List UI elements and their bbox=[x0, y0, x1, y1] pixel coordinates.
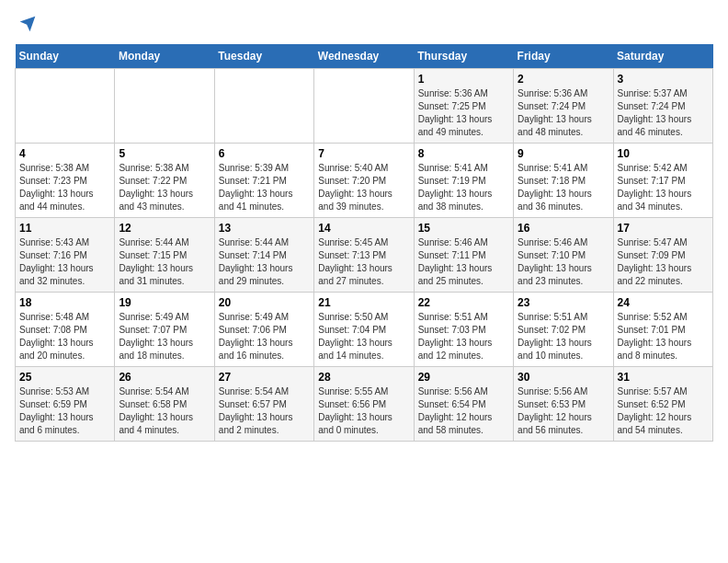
day-number: 30 bbox=[518, 371, 609, 384]
calendar-cell: 22Sunrise: 5:51 AM Sunset: 7:03 PM Dayli… bbox=[414, 293, 513, 367]
calendar-week-row: 11Sunrise: 5:43 AM Sunset: 7:16 PM Dayli… bbox=[16, 218, 713, 293]
day-detail: Sunrise: 5:44 AM Sunset: 7:14 PM Dayligh… bbox=[219, 236, 310, 288]
day-number: 12 bbox=[119, 222, 210, 235]
calendar-cell: 24Sunrise: 5:52 AM Sunset: 7:01 PM Dayli… bbox=[613, 293, 712, 367]
calendar-cell: 13Sunrise: 5:44 AM Sunset: 7:14 PM Dayli… bbox=[214, 218, 313, 293]
day-detail: Sunrise: 5:42 AM Sunset: 7:17 PM Dayligh… bbox=[618, 162, 709, 213]
day-detail: Sunrise: 5:44 AM Sunset: 7:15 PM Dayligh… bbox=[119, 236, 210, 288]
day-number: 21 bbox=[318, 296, 409, 309]
day-detail: Sunrise: 5:52 AM Sunset: 7:01 PM Dayligh… bbox=[618, 311, 709, 362]
calendar-cell: 8Sunrise: 5:41 AM Sunset: 7:19 PM Daylig… bbox=[414, 144, 513, 218]
day-number: 11 bbox=[19, 222, 110, 235]
calendar-cell: 27Sunrise: 5:54 AM Sunset: 6:57 PM Dayli… bbox=[214, 367, 313, 442]
day-number: 15 bbox=[418, 222, 509, 235]
day-number: 25 bbox=[19, 371, 110, 384]
calendar-cell: 28Sunrise: 5:55 AM Sunset: 6:56 PM Dayli… bbox=[314, 367, 414, 442]
day-number: 13 bbox=[219, 222, 310, 235]
calendar-cell bbox=[214, 69, 313, 144]
day-detail: Sunrise: 5:51 AM Sunset: 7:03 PM Dayligh… bbox=[418, 311, 509, 362]
page-header bbox=[15, 15, 713, 33]
day-detail: Sunrise: 5:54 AM Sunset: 6:58 PM Dayligh… bbox=[119, 385, 210, 437]
day-detail: Sunrise: 5:51 AM Sunset: 7:02 PM Dayligh… bbox=[518, 311, 609, 362]
day-detail: Sunrise: 5:46 AM Sunset: 7:11 PM Dayligh… bbox=[418, 236, 509, 288]
day-number: 23 bbox=[518, 296, 609, 309]
calendar-cell: 11Sunrise: 5:43 AM Sunset: 7:16 PM Dayli… bbox=[16, 218, 115, 293]
day-number: 31 bbox=[618, 371, 709, 384]
day-detail: Sunrise: 5:49 AM Sunset: 7:07 PM Dayligh… bbox=[119, 311, 210, 362]
calendar-header-row: SundayMondayTuesdayWednesdayThursdayFrid… bbox=[16, 44, 713, 69]
day-detail: Sunrise: 5:45 AM Sunset: 7:13 PM Dayligh… bbox=[318, 236, 409, 288]
day-number: 1 bbox=[418, 73, 509, 86]
calendar-cell bbox=[115, 69, 214, 144]
calendar-cell: 15Sunrise: 5:46 AM Sunset: 7:11 PM Dayli… bbox=[414, 218, 513, 293]
calendar-cell bbox=[314, 69, 414, 144]
day-detail: Sunrise: 5:56 AM Sunset: 6:53 PM Dayligh… bbox=[518, 385, 609, 437]
day-number: 29 bbox=[418, 371, 509, 384]
day-detail: Sunrise: 5:53 AM Sunset: 6:59 PM Dayligh… bbox=[19, 385, 110, 437]
calendar-week-row: 25Sunrise: 5:53 AM Sunset: 6:59 PM Dayli… bbox=[16, 367, 713, 442]
day-detail: Sunrise: 5:39 AM Sunset: 7:21 PM Dayligh… bbox=[219, 162, 310, 213]
day-number: 6 bbox=[219, 147, 310, 160]
day-number: 18 bbox=[19, 296, 110, 309]
calendar-cell: 6Sunrise: 5:39 AM Sunset: 7:21 PM Daylig… bbox=[214, 144, 313, 218]
header-thursday: Thursday bbox=[414, 44, 513, 69]
calendar-cell: 23Sunrise: 5:51 AM Sunset: 7:02 PM Dayli… bbox=[514, 293, 613, 367]
day-number: 14 bbox=[318, 222, 409, 235]
calendar-week-row: 1Sunrise: 5:36 AM Sunset: 7:25 PM Daylig… bbox=[16, 69, 713, 144]
day-detail: Sunrise: 5:54 AM Sunset: 6:57 PM Dayligh… bbox=[219, 385, 310, 437]
day-detail: Sunrise: 5:36 AM Sunset: 7:24 PM Dayligh… bbox=[518, 87, 609, 139]
calendar-cell: 14Sunrise: 5:45 AM Sunset: 7:13 PM Dayli… bbox=[314, 218, 414, 293]
calendar-cell: 3Sunrise: 5:37 AM Sunset: 7:24 PM Daylig… bbox=[613, 69, 712, 144]
calendar-body: 1Sunrise: 5:36 AM Sunset: 7:25 PM Daylig… bbox=[16, 69, 713, 442]
calendar-table: SundayMondayTuesdayWednesdayThursdayFrid… bbox=[15, 44, 713, 442]
day-number: 22 bbox=[418, 296, 509, 309]
header-monday: Monday bbox=[115, 44, 214, 69]
day-detail: Sunrise: 5:49 AM Sunset: 7:06 PM Dayligh… bbox=[219, 311, 310, 362]
day-number: 2 bbox=[518, 73, 609, 86]
day-number: 9 bbox=[518, 147, 609, 160]
calendar-cell: 1Sunrise: 5:36 AM Sunset: 7:25 PM Daylig… bbox=[414, 69, 513, 144]
day-detail: Sunrise: 5:57 AM Sunset: 6:52 PM Dayligh… bbox=[618, 385, 709, 437]
calendar-cell: 2Sunrise: 5:36 AM Sunset: 7:24 PM Daylig… bbox=[514, 69, 613, 144]
day-number: 24 bbox=[618, 296, 709, 309]
calendar-cell: 17Sunrise: 5:47 AM Sunset: 7:09 PM Dayli… bbox=[613, 218, 712, 293]
calendar-cell: 19Sunrise: 5:49 AM Sunset: 7:07 PM Dayli… bbox=[115, 293, 214, 367]
logo-bird-icon bbox=[18, 15, 37, 33]
day-detail: Sunrise: 5:41 AM Sunset: 7:19 PM Dayligh… bbox=[418, 162, 509, 213]
calendar-cell: 18Sunrise: 5:48 AM Sunset: 7:08 PM Dayli… bbox=[16, 293, 115, 367]
calendar-cell: 31Sunrise: 5:57 AM Sunset: 6:52 PM Dayli… bbox=[613, 367, 712, 442]
day-detail: Sunrise: 5:36 AM Sunset: 7:25 PM Dayligh… bbox=[418, 87, 509, 139]
day-number: 20 bbox=[219, 296, 310, 309]
calendar-cell: 7Sunrise: 5:40 AM Sunset: 7:20 PM Daylig… bbox=[314, 144, 414, 218]
calendar-cell: 21Sunrise: 5:50 AM Sunset: 7:04 PM Dayli… bbox=[314, 293, 414, 367]
calendar-week-row: 18Sunrise: 5:48 AM Sunset: 7:08 PM Dayli… bbox=[16, 293, 713, 367]
day-detail: Sunrise: 5:41 AM Sunset: 7:18 PM Dayligh… bbox=[518, 162, 609, 213]
calendar-cell: 30Sunrise: 5:56 AM Sunset: 6:53 PM Dayli… bbox=[514, 367, 613, 442]
header-tuesday: Tuesday bbox=[214, 44, 313, 69]
calendar-cell: 12Sunrise: 5:44 AM Sunset: 7:15 PM Dayli… bbox=[115, 218, 214, 293]
calendar-cell: 29Sunrise: 5:56 AM Sunset: 6:54 PM Dayli… bbox=[414, 367, 513, 442]
day-detail: Sunrise: 5:43 AM Sunset: 7:16 PM Dayligh… bbox=[19, 236, 110, 288]
calendar-cell: 5Sunrise: 5:38 AM Sunset: 7:22 PM Daylig… bbox=[115, 144, 214, 218]
day-detail: Sunrise: 5:56 AM Sunset: 6:54 PM Dayligh… bbox=[418, 385, 509, 437]
day-number: 8 bbox=[418, 147, 509, 160]
day-number: 17 bbox=[618, 222, 709, 235]
day-number: 7 bbox=[318, 147, 409, 160]
calendar-cell: 9Sunrise: 5:41 AM Sunset: 7:18 PM Daylig… bbox=[514, 144, 613, 218]
day-detail: Sunrise: 5:38 AM Sunset: 7:22 PM Dayligh… bbox=[119, 162, 210, 213]
calendar-cell: 10Sunrise: 5:42 AM Sunset: 7:17 PM Dayli… bbox=[613, 144, 712, 218]
day-detail: Sunrise: 5:50 AM Sunset: 7:04 PM Dayligh… bbox=[318, 311, 409, 362]
calendar-cell bbox=[16, 69, 115, 144]
calendar-cell: 4Sunrise: 5:38 AM Sunset: 7:23 PM Daylig… bbox=[16, 144, 115, 218]
day-detail: Sunrise: 5:46 AM Sunset: 7:10 PM Dayligh… bbox=[518, 236, 609, 288]
day-number: 4 bbox=[19, 147, 110, 160]
day-number: 26 bbox=[119, 371, 210, 384]
day-detail: Sunrise: 5:40 AM Sunset: 7:20 PM Dayligh… bbox=[318, 162, 409, 213]
day-number: 3 bbox=[618, 73, 709, 86]
day-number: 19 bbox=[119, 296, 210, 309]
day-detail: Sunrise: 5:37 AM Sunset: 7:24 PM Dayligh… bbox=[618, 87, 709, 139]
header-friday: Friday bbox=[514, 44, 613, 69]
day-detail: Sunrise: 5:48 AM Sunset: 7:08 PM Dayligh… bbox=[19, 311, 110, 362]
header-sunday: Sunday bbox=[16, 44, 115, 69]
day-number: 27 bbox=[219, 371, 310, 384]
